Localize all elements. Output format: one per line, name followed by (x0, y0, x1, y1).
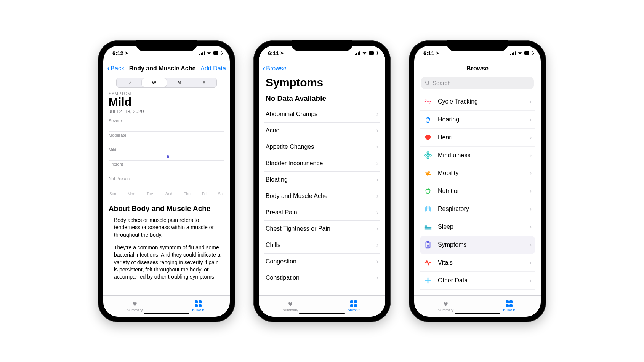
battery-icon (213, 51, 222, 55)
back-button[interactable]: ‹ Browse (263, 64, 287, 73)
chevron-right-icon: › (530, 98, 532, 105)
chevron-right-icon: › (530, 206, 532, 212)
symptom-label: Chills (266, 242, 280, 249)
category-row-cycle-tracking[interactable]: Cycle Tracking› (420, 93, 535, 111)
segment-week[interactable]: W (142, 78, 167, 87)
search-icon (425, 80, 430, 86)
symptom-row[interactable]: Appetite Changes› (264, 139, 380, 155)
category-row-symptoms[interactable]: Symptoms› (420, 236, 535, 254)
segment-month[interactable]: M (167, 78, 192, 87)
nav-bar: ‹ Browse (259, 61, 385, 76)
symptom-label: Abdominal Cramps (266, 111, 317, 118)
search-input[interactable]: Search (421, 77, 534, 89)
symptom-row[interactable]: Bladder Incontinence› (264, 155, 380, 172)
symptom-row[interactable]: Congestion› (264, 254, 380, 270)
category-label: Heart (438, 134, 524, 141)
svg-point-11 (427, 156, 429, 159)
symptom-row[interactable]: Body and Muscle Ache› (264, 188, 380, 204)
svg-point-10 (427, 151, 429, 154)
home-indicator[interactable] (455, 313, 500, 314)
wifi-icon (362, 51, 367, 55)
chart-x-axis: Sun Mon Tue Wed Thu Fri Sat (109, 192, 224, 196)
about-paragraph-2: They're a common symptom of flu and some… (114, 244, 224, 281)
chevron-right-icon: › (376, 176, 378, 183)
category-row-vitals[interactable]: Vitals› (420, 254, 535, 272)
about-body: Body aches or muscle pain refers to tend… (109, 217, 224, 281)
chart-day-thu: Thu (184, 192, 191, 196)
symptom-row[interactable]: Abdominal Cramps› (264, 106, 380, 123)
back-button[interactable]: ‹ Back (107, 64, 124, 73)
vitals-icon (423, 258, 433, 267)
category-row-nutrition[interactable]: Nutrition› (420, 182, 535, 200)
symptom-row[interactable]: Acne› (264, 123, 380, 139)
wifi-icon (517, 51, 523, 55)
chart-data-point (167, 155, 169, 158)
page-title: Symptoms (266, 76, 380, 89)
symptom-caption: SYMPTOM (109, 91, 224, 96)
chart-level-moderate: Moderate (109, 132, 126, 137)
section-header-no-data: No Data Available (266, 94, 380, 103)
time-range-segmented-control[interactable]: D W M Y (116, 78, 217, 88)
category-label: Cycle Tracking (438, 98, 524, 105)
chart-day-mon: Mon (128, 192, 135, 196)
nav-title: Body and Muscle Ache (124, 65, 200, 72)
category-row-mobility[interactable]: Mobility› (420, 164, 535, 182)
segment-year[interactable]: Y (192, 78, 216, 87)
symptom-label: Bladder Incontinence (266, 160, 323, 167)
add-data-button[interactable]: Add Data (200, 65, 226, 72)
chevron-right-icon: › (530, 134, 532, 141)
category-label: Respiratory (438, 206, 524, 212)
category-row-mindfulness[interactable]: Mindfulness› (420, 147, 535, 164)
ear-icon (423, 115, 433, 124)
symptom-label: Chest Tightness or Pain (266, 225, 330, 232)
symptom-label: Constipation (266, 274, 300, 281)
home-indicator[interactable] (299, 313, 345, 314)
location-arrow-icon: ➤ (125, 51, 128, 56)
symptom-row[interactable]: Chest Tightness or Pain› (264, 221, 380, 237)
heart-icon (423, 133, 433, 142)
tab-summary-label: Summary (127, 308, 143, 312)
svg-rect-14 (425, 227, 431, 229)
chevron-right-icon: › (376, 209, 378, 216)
battery-icon (524, 51, 533, 55)
heart-icon: ♥ (288, 300, 293, 308)
chevron-left-icon: ‹ (263, 64, 265, 73)
category-row-heart[interactable]: Heart› (420, 129, 535, 147)
chevron-right-icon: › (376, 258, 378, 265)
svg-rect-18 (427, 241, 429, 242)
category-row-hearing[interactable]: Hearing› (420, 111, 535, 129)
cellular-signal-icon (510, 51, 516, 55)
location-arrow-icon: ➤ (280, 51, 284, 56)
chart-level-not-present: Not Present (109, 175, 131, 181)
segment-day[interactable]: D (117, 78, 141, 87)
nav-title: Browse (441, 65, 514, 72)
category-label: Sleep (438, 223, 524, 230)
chart-level-mild: Mild (109, 146, 116, 152)
symptom-row[interactable]: Constipation› (264, 270, 380, 286)
category-label: Nutrition (438, 188, 524, 195)
symptom-row[interactable]: Bloating› (264, 172, 380, 188)
chart-day-sat: Sat (218, 192, 224, 196)
symptom-row[interactable]: Chills› (264, 237, 380, 254)
grid-icon (195, 300, 202, 307)
severity-value: Mild (109, 96, 224, 108)
svg-line-7 (426, 99, 427, 100)
chevron-right-icon: › (376, 193, 378, 199)
svg-line-1 (428, 83, 430, 85)
category-row-respiratory[interactable]: Respiratory› (420, 200, 535, 218)
tab-summary-label: Summary (438, 308, 454, 312)
symptom-label: Bloating (266, 176, 288, 183)
svg-rect-15 (425, 225, 427, 227)
category-label: Symptoms (438, 241, 524, 248)
home-indicator[interactable] (144, 313, 189, 314)
wifi-icon (206, 51, 212, 55)
category-row-other-data[interactable]: Other Data› (420, 272, 535, 290)
symptom-row[interactable]: Breast Pain› (264, 204, 380, 221)
symptom-label: Acne (266, 127, 279, 134)
tab-summary-label: Summary (283, 308, 298, 312)
category-row-sleep[interactable]: Sleep› (420, 218, 535, 236)
grid-icon (506, 300, 513, 307)
status-time: 6:11 (423, 50, 434, 56)
arrows-icon (423, 169, 433, 178)
svg-rect-16 (425, 228, 431, 229)
